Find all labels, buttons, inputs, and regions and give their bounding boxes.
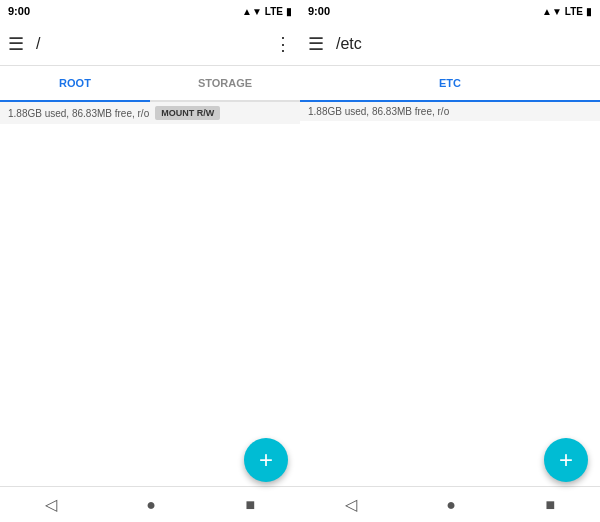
right-lte-label: LTE — [565, 6, 583, 17]
right-file-list — [300, 121, 600, 486]
battery-icon: ▮ — [286, 6, 292, 17]
right-back-button[interactable]: ◁ — [345, 495, 357, 514]
right-menu-icon[interactable]: ☰ — [308, 33, 324, 55]
signal-icon: ▲▼ — [242, 6, 262, 17]
right-recent-button[interactable]: ■ — [546, 496, 556, 514]
right-time: 9:00 — [308, 5, 330, 17]
left-status-icons: ▲▼ LTE ▮ — [242, 6, 292, 17]
right-tab-bar: ETC — [300, 66, 600, 102]
right-panel: 9:00 ▲▼ LTE ▮ ☰ /etc ETC 1.88GB used, 86… — [300, 0, 600, 522]
left-time: 9:00 — [8, 5, 30, 17]
left-nav-bar: ◁ ● ■ — [0, 486, 300, 522]
right-home-button[interactable]: ● — [446, 496, 456, 514]
left-toolbar: ☰ / ⋮ — [0, 22, 300, 66]
right-nav-bar: ◁ ● ■ — [300, 486, 600, 522]
right-storage-info: 1.88GB used, 86.83MB free, r/o — [300, 102, 600, 121]
right-path: /etc — [336, 35, 592, 53]
right-battery-icon: ▮ — [586, 6, 592, 17]
recent-button[interactable]: ■ — [246, 496, 256, 514]
right-fab[interactable]: + — [544, 438, 588, 482]
left-path: / — [36, 35, 274, 53]
right-status-bar: 9:00 ▲▼ LTE ▮ — [300, 0, 600, 22]
right-toolbar: ☰ /etc — [300, 22, 600, 66]
left-status-bar: 9:00 ▲▼ LTE ▮ — [0, 0, 300, 22]
left-fab[interactable]: + — [244, 438, 288, 482]
left-more-icon[interactable]: ⋮ — [274, 33, 292, 55]
left-menu-icon[interactable]: ☰ — [8, 33, 24, 55]
home-button[interactable]: ● — [146, 496, 156, 514]
left-storage-text: 1.88GB used, 86.83MB free, r/o — [8, 108, 149, 119]
tab-root[interactable]: ROOT — [0, 66, 150, 102]
back-button[interactable]: ◁ — [45, 495, 57, 514]
right-status-icons: ▲▼ LTE ▮ — [542, 6, 592, 17]
left-tab-bar: ROOT STORAGE — [0, 66, 300, 102]
left-panel: 9:00 ▲▼ LTE ▮ ☰ / ⋮ ROOT STORAGE 1.88GB … — [0, 0, 300, 522]
tab-etc[interactable]: ETC — [300, 66, 600, 102]
right-signal-icon: ▲▼ — [542, 6, 562, 17]
left-file-list — [0, 124, 300, 486]
tab-storage[interactable]: STORAGE — [150, 66, 300, 102]
lte-label: LTE — [265, 6, 283, 17]
mount-button[interactable]: MOUNT R/W — [155, 106, 220, 120]
left-storage-info: 1.88GB used, 86.83MB free, r/o MOUNT R/W — [0, 102, 300, 124]
right-storage-text: 1.88GB used, 86.83MB free, r/o — [308, 106, 449, 117]
